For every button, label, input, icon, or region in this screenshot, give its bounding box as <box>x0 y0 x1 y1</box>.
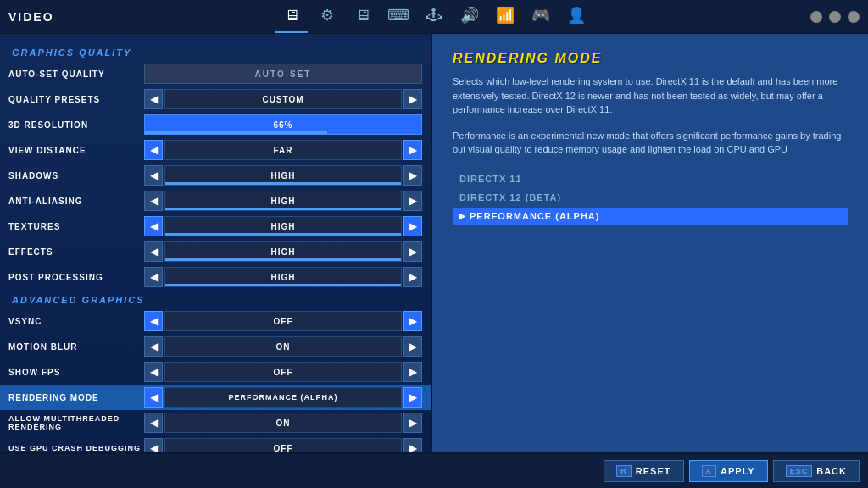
reset-key: R <box>616 465 632 477</box>
motion-blur-label: MOTION BLUR <box>8 342 144 352</box>
setting-view-distance[interactable]: VIEW DISTANCE ◀ FAR ▶ <box>0 137 431 163</box>
quality-presets-prev[interactable]: ◀ <box>144 89 163 109</box>
tab-settings[interactable]: ⚙ <box>311 1 343 33</box>
post-processing-label: POST PROCESSING <box>8 273 144 282</box>
setting-vsync[interactable]: VSYNC ◀ OFF ▶ <box>0 308 431 334</box>
view-distance-value: FAR <box>164 140 402 160</box>
info-title: RENDERING MODE <box>453 51 848 66</box>
quality-presets-value: CUSTOM <box>164 89 402 109</box>
anti-aliasing-prev[interactable]: ◀ <box>144 191 163 211</box>
shadows-next[interactable]: ▶ <box>403 165 422 186</box>
rendering-mode-control: ◀ PERFORMANCE (ALPHA) ▶ <box>144 387 422 408</box>
textures-next[interactable]: ▶ <box>403 216 422 236</box>
option-performance-alpha[interactable]: PERFORMANCE (ALPHA) <box>453 208 848 225</box>
anti-aliasing-label: ANTI-ALIASING <box>8 197 144 206</box>
post-processing-value: HIGH <box>164 267 402 287</box>
setting-effects[interactable]: EFFECTS ◀ HIGH ▶ <box>0 239 431 264</box>
setting-shadows[interactable]: SHADOWS ◀ HIGH ▶ <box>0 163 431 188</box>
setting-anti-aliasing[interactable]: ANTI-ALIASING ◀ HIGH ▶ <box>0 188 431 214</box>
back-button[interactable]: ESC BACK <box>773 460 860 482</box>
info-paragraph-1: Selects which low-level rendering system… <box>453 75 848 117</box>
effects-label: EFFECTS <box>8 247 144 257</box>
apply-label: APPLY <box>721 466 755 476</box>
setting-multithreaded[interactable]: ALLOW MULTITHREADED RENDERING ◀ ON ▶ <box>0 410 431 435</box>
left-panel: GRAPHICS QUALITY AUTO-SET QUALITY AUTO-S… <box>0 34 432 452</box>
effects-prev[interactable]: ◀ <box>144 241 163 262</box>
right-panel: RENDERING MODE Selects which low-level r… <box>432 34 868 452</box>
multithreaded-next[interactable]: ▶ <box>403 413 422 433</box>
option-directx12[interactable]: DIRECTX 12 (BETA) <box>453 189 848 206</box>
back-label: BACK <box>816 466 847 476</box>
vsync-label: VSYNC <box>8 317 144 326</box>
vsync-prev[interactable]: ◀ <box>144 311 163 331</box>
setting-textures[interactable]: TEXTURES ◀ HIGH ▶ <box>0 214 431 239</box>
rendering-mode-label: RENDERING MODE <box>8 393 144 402</box>
reset-label: RESET <box>636 466 671 476</box>
post-processing-prev[interactable]: ◀ <box>144 267 163 287</box>
back-key: ESC <box>786 465 813 477</box>
show-fps-next[interactable]: ▶ <box>403 362 422 382</box>
anti-aliasing-next[interactable]: ▶ <box>403 191 422 211</box>
tab-display[interactable]: 🖥 <box>347 1 379 33</box>
motion-blur-prev[interactable]: ◀ <box>144 336 163 357</box>
minimize-button[interactable] <box>810 11 822 23</box>
view-distance-prev[interactable]: ◀ <box>144 140 163 160</box>
window-controls <box>810 11 860 23</box>
setting-quality-presets[interactable]: QUALITY PRESETS ◀ CUSTOM ▶ <box>0 86 431 112</box>
tab-keyboard[interactable]: ⌨ <box>382 1 415 33</box>
post-processing-next[interactable]: ▶ <box>403 267 422 287</box>
rendering-mode-next[interactable]: ▶ <box>403 387 422 408</box>
gpu-crash-value: OFF <box>164 438 402 452</box>
setting-gpu-crash[interactable]: USE GPU CRASH DEBUGGING ◀ OFF ▶ <box>0 435 431 452</box>
setting-rendering-mode[interactable]: RENDERING MODE ◀ PERFORMANCE (ALPHA) ▶ <box>0 385 431 410</box>
info-paragraph-2: Performance is an experimental new mode … <box>453 129 848 157</box>
quality-presets-next[interactable]: ▶ <box>403 89 422 109</box>
auto-set-button[interactable]: AUTO-SET <box>144 64 422 84</box>
tab-account[interactable]: 👤 <box>560 1 593 33</box>
vsync-next[interactable]: ▶ <box>403 311 422 331</box>
close-button[interactable] <box>848 11 860 23</box>
3d-resolution-value[interactable]: 66% <box>144 114 422 135</box>
setting-auto-set-quality[interactable]: AUTO-SET QUALITY AUTO-SET <box>0 61 431 86</box>
tab-gamepad[interactable]: 🎮 <box>525 1 557 33</box>
show-fps-label: SHOW FPS <box>8 368 144 377</box>
multithreaded-prev[interactable]: ◀ <box>144 413 163 433</box>
tab-video[interactable]: 🖥 <box>275 1 308 33</box>
tab-network[interactable]: 📶 <box>489 1 521 33</box>
gpu-crash-label: USE GPU CRASH DEBUGGING <box>8 444 144 452</box>
effects-control: ◀ HIGH ▶ <box>144 241 422 262</box>
shadows-prev[interactable]: ◀ <box>144 165 163 186</box>
gpu-crash-prev[interactable]: ◀ <box>144 438 163 452</box>
setting-show-fps[interactable]: SHOW FPS ◀ OFF ▶ <box>0 359 431 385</box>
tab-controller[interactable]: 🕹 <box>418 1 450 33</box>
show-fps-prev[interactable]: ◀ <box>144 362 163 382</box>
vsync-value: OFF <box>164 311 402 331</box>
3d-resolution-control: 66% <box>144 114 422 135</box>
tab-audio[interactable]: 🔊 <box>453 1 486 33</box>
effects-next[interactable]: ▶ <box>403 241 422 262</box>
show-fps-value: OFF <box>164 362 402 382</box>
show-fps-control: ◀ OFF ▶ <box>144 362 422 382</box>
reset-button[interactable]: R RESET <box>604 460 683 482</box>
shadows-label: SHADOWS <box>8 171 144 180</box>
anti-aliasing-control: ◀ HIGH ▶ <box>144 191 422 211</box>
shadows-control: ◀ HIGH ▶ <box>144 165 422 186</box>
section-title-graphics: GRAPHICS QUALITY <box>0 42 431 61</box>
rendering-mode-prev[interactable]: ◀ <box>144 387 163 408</box>
apply-button[interactable]: A APPLY <box>689 460 768 482</box>
view-distance-next[interactable]: ▶ <box>403 140 422 160</box>
auto-set-quality-label: AUTO-SET QUALITY <box>8 69 144 79</box>
option-directx11[interactable]: DIRECTX 11 <box>453 170 848 187</box>
title-bar-left: VIDEO <box>8 10 54 24</box>
motion-blur-next[interactable]: ▶ <box>403 336 422 357</box>
setting-motion-blur[interactable]: MOTION BLUR ◀ ON ▶ <box>0 334 431 359</box>
setting-post-processing[interactable]: POST PROCESSING ◀ HIGH ▶ <box>0 264 431 290</box>
setting-3d-resolution[interactable]: 3D RESOLUTION 66% <box>0 112 431 137</box>
multithreaded-value: ON <box>164 413 402 433</box>
multithreaded-label: ALLOW MULTITHREADED RENDERING <box>8 414 144 431</box>
gpu-crash-next[interactable]: ▶ <box>403 438 422 452</box>
textures-control: ◀ HIGH ▶ <box>144 216 422 236</box>
maximize-button[interactable] <box>829 11 841 23</box>
textures-prev[interactable]: ◀ <box>144 216 163 236</box>
main-content: GRAPHICS QUALITY AUTO-SET QUALITY AUTO-S… <box>0 34 868 452</box>
